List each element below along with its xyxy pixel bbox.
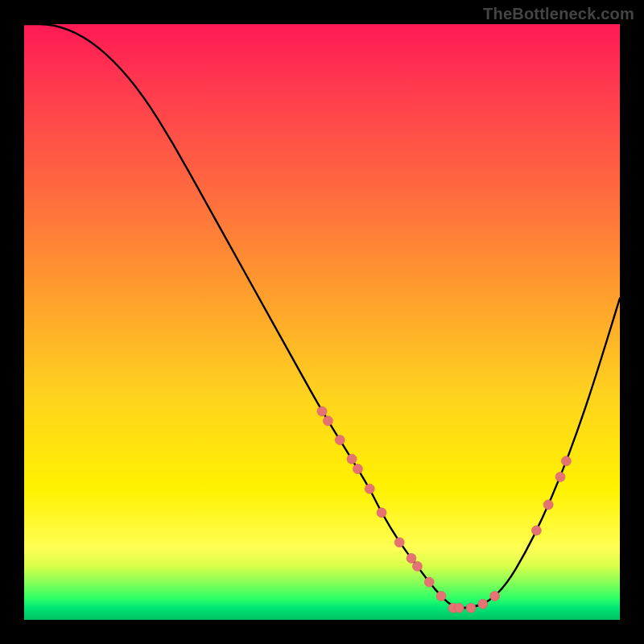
curve-marker — [412, 561, 422, 571]
watermark-text: TheBottleneck.com — [483, 5, 634, 23]
curve-marker — [478, 599, 488, 609]
curve-layer — [24, 24, 620, 620]
plot-area — [24, 24, 620, 620]
curve-marker — [347, 454, 357, 464]
curve-marker — [436, 591, 446, 601]
curve-marker — [323, 416, 332, 426]
curve-marker — [335, 436, 345, 445]
curve-marker — [543, 500, 553, 510]
curve-marker — [490, 591, 500, 601]
curve-marker — [424, 577, 434, 587]
curve-marker — [365, 484, 374, 493]
curve-marker — [407, 554, 416, 564]
curve-marker — [317, 407, 327, 416]
bottleneck-curve — [24, 24, 620, 608]
curve-marker — [531, 526, 541, 535]
chart-frame: TheBottleneck.com — [0, 0, 644, 644]
curve-marker — [394, 538, 404, 547]
curve-marker — [555, 472, 565, 481]
curve-marker — [377, 508, 386, 518]
curve-marker — [466, 603, 476, 613]
curve-marker — [353, 464, 362, 474]
curve-marker — [561, 456, 571, 466]
curve-marker — [454, 603, 464, 613]
